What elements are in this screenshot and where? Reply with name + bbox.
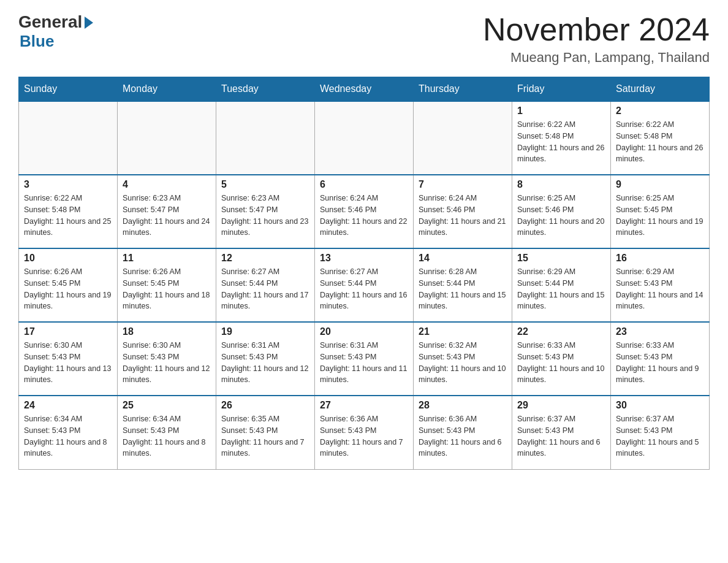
day-info: Sunrise: 6:22 AMSunset: 5:48 PMDaylight:… xyxy=(24,193,112,239)
day-info: Sunrise: 6:32 AMSunset: 5:43 PMDaylight:… xyxy=(419,340,507,386)
week-row-1: 1Sunrise: 6:22 AMSunset: 5:48 PMDaylight… xyxy=(19,101,710,175)
logo-arrow-icon xyxy=(85,17,93,29)
weekday-header-wednesday: Wednesday xyxy=(315,77,414,102)
cell-inner: 21Sunrise: 6:32 AMSunset: 5:43 PMDayligh… xyxy=(419,326,507,386)
weekday-header-row: SundayMondayTuesdayWednesdayThursdayFrid… xyxy=(19,77,710,102)
day-number: 22 xyxy=(517,326,605,337)
day-number: 6 xyxy=(320,179,408,190)
day-info: Sunrise: 6:26 AMSunset: 5:45 PMDaylight:… xyxy=(123,266,211,312)
cell-inner: 22Sunrise: 6:33 AMSunset: 5:43 PMDayligh… xyxy=(517,326,605,386)
week-row-5: 24Sunrise: 6:34 AMSunset: 5:43 PMDayligh… xyxy=(19,396,710,469)
day-number: 4 xyxy=(123,179,211,190)
day-number: 14 xyxy=(419,253,507,264)
cell-inner: 13Sunrise: 6:27 AMSunset: 5:44 PMDayligh… xyxy=(320,253,408,312)
calendar-cell: 25Sunrise: 6:34 AMSunset: 5:43 PMDayligh… xyxy=(118,396,216,469)
logo-blue: Blue xyxy=(20,32,54,51)
calendar-cell: 22Sunrise: 6:33 AMSunset: 5:43 PMDayligh… xyxy=(512,322,611,396)
calendar-cell: 6Sunrise: 6:24 AMSunset: 5:46 PMDaylight… xyxy=(315,175,414,248)
weekday-header-thursday: Thursday xyxy=(414,77,512,102)
calendar-cell xyxy=(216,101,315,175)
day-info: Sunrise: 6:35 AMSunset: 5:43 PMDaylight:… xyxy=(221,413,309,459)
calendar-cell: 14Sunrise: 6:28 AMSunset: 5:44 PMDayligh… xyxy=(414,248,512,322)
cell-inner: 18Sunrise: 6:30 AMSunset: 5:43 PMDayligh… xyxy=(123,326,211,386)
calendar-cell: 21Sunrise: 6:32 AMSunset: 5:43 PMDayligh… xyxy=(414,322,512,396)
calendar-cell: 20Sunrise: 6:31 AMSunset: 5:43 PMDayligh… xyxy=(315,322,414,396)
weekday-header-sunday: Sunday xyxy=(19,77,118,102)
cell-inner: 10Sunrise: 6:26 AMSunset: 5:45 PMDayligh… xyxy=(24,253,112,312)
week-row-4: 17Sunrise: 6:30 AMSunset: 5:43 PMDayligh… xyxy=(19,322,710,396)
calendar-cell: 3Sunrise: 6:22 AMSunset: 5:48 PMDaylight… xyxy=(19,175,118,248)
calendar-cell: 16Sunrise: 6:29 AMSunset: 5:43 PMDayligh… xyxy=(611,248,710,322)
day-number: 20 xyxy=(320,326,408,337)
cell-inner: 26Sunrise: 6:35 AMSunset: 5:43 PMDayligh… xyxy=(221,400,309,459)
cell-inner: 14Sunrise: 6:28 AMSunset: 5:44 PMDayligh… xyxy=(419,253,507,312)
calendar-cell: 7Sunrise: 6:24 AMSunset: 5:46 PMDaylight… xyxy=(414,175,512,248)
calendar-cell: 29Sunrise: 6:37 AMSunset: 5:43 PMDayligh… xyxy=(512,396,611,469)
logo-top: General xyxy=(18,12,93,32)
day-info: Sunrise: 6:23 AMSunset: 5:47 PMDaylight:… xyxy=(221,193,309,239)
day-number: 21 xyxy=(419,326,507,337)
day-info: Sunrise: 6:28 AMSunset: 5:44 PMDaylight:… xyxy=(419,266,507,312)
cell-inner: 7Sunrise: 6:24 AMSunset: 5:46 PMDaylight… xyxy=(419,179,507,239)
day-info: Sunrise: 6:26 AMSunset: 5:45 PMDaylight:… xyxy=(24,266,112,312)
title-block: November 2024 Mueang Pan, Lampang, Thail… xyxy=(483,12,710,66)
day-number: 1 xyxy=(517,105,605,117)
calendar-cell xyxy=(118,101,216,175)
calendar-cell: 18Sunrise: 6:30 AMSunset: 5:43 PMDayligh… xyxy=(118,322,216,396)
day-info: Sunrise: 6:33 AMSunset: 5:43 PMDaylight:… xyxy=(517,340,605,386)
day-number: 18 xyxy=(123,326,211,337)
calendar-cell: 30Sunrise: 6:37 AMSunset: 5:43 PMDayligh… xyxy=(611,396,710,469)
day-info: Sunrise: 6:25 AMSunset: 5:46 PMDaylight:… xyxy=(517,193,605,239)
day-number: 9 xyxy=(616,179,704,190)
day-number: 27 xyxy=(320,400,408,411)
day-number: 3 xyxy=(24,179,112,190)
calendar-cell: 17Sunrise: 6:30 AMSunset: 5:43 PMDayligh… xyxy=(19,322,118,396)
cell-inner: 3Sunrise: 6:22 AMSunset: 5:48 PMDaylight… xyxy=(24,179,112,239)
day-info: Sunrise: 6:23 AMSunset: 5:47 PMDaylight:… xyxy=(123,193,211,239)
cell-inner: 29Sunrise: 6:37 AMSunset: 5:43 PMDayligh… xyxy=(517,400,605,459)
calendar-cell: 2Sunrise: 6:22 AMSunset: 5:48 PMDaylight… xyxy=(611,101,710,175)
cell-inner: 23Sunrise: 6:33 AMSunset: 5:43 PMDayligh… xyxy=(616,326,704,386)
calendar-cell: 10Sunrise: 6:26 AMSunset: 5:45 PMDayligh… xyxy=(19,248,118,322)
day-info: Sunrise: 6:31 AMSunset: 5:43 PMDaylight:… xyxy=(221,340,309,386)
day-number: 24 xyxy=(24,400,112,411)
day-info: Sunrise: 6:22 AMSunset: 5:48 PMDaylight:… xyxy=(517,119,605,165)
day-info: Sunrise: 6:30 AMSunset: 5:43 PMDaylight:… xyxy=(123,340,211,386)
calendar-cell: 19Sunrise: 6:31 AMSunset: 5:43 PMDayligh… xyxy=(216,322,315,396)
weekday-header-saturday: Saturday xyxy=(611,77,710,102)
calendar-cell: 26Sunrise: 6:35 AMSunset: 5:43 PMDayligh… xyxy=(216,396,315,469)
cell-inner: 28Sunrise: 6:36 AMSunset: 5:43 PMDayligh… xyxy=(419,400,507,459)
day-info: Sunrise: 6:34 AMSunset: 5:43 PMDaylight:… xyxy=(123,413,211,459)
page-header: General Blue November 2024 Mueang Pan, L… xyxy=(18,12,710,66)
calendar-cell xyxy=(19,101,118,175)
calendar-cell: 24Sunrise: 6:34 AMSunset: 5:43 PMDayligh… xyxy=(19,396,118,469)
day-info: Sunrise: 6:37 AMSunset: 5:43 PMDaylight:… xyxy=(616,413,704,459)
month-title: November 2024 xyxy=(483,12,710,47)
cell-inner: 6Sunrise: 6:24 AMSunset: 5:46 PMDaylight… xyxy=(320,179,408,239)
day-info: Sunrise: 6:37 AMSunset: 5:43 PMDaylight:… xyxy=(517,413,605,459)
day-number: 7 xyxy=(419,179,507,190)
cell-inner: 5Sunrise: 6:23 AMSunset: 5:47 PMDaylight… xyxy=(221,179,309,239)
cell-inner: 2Sunrise: 6:22 AMSunset: 5:48 PMDaylight… xyxy=(616,105,704,165)
cell-inner: 30Sunrise: 6:37 AMSunset: 5:43 PMDayligh… xyxy=(616,400,704,459)
calendar-cell: 28Sunrise: 6:36 AMSunset: 5:43 PMDayligh… xyxy=(414,396,512,469)
day-info: Sunrise: 6:25 AMSunset: 5:45 PMDaylight:… xyxy=(616,193,704,239)
day-info: Sunrise: 6:27 AMSunset: 5:44 PMDaylight:… xyxy=(320,266,408,312)
day-number: 5 xyxy=(221,179,309,190)
cell-inner: 17Sunrise: 6:30 AMSunset: 5:43 PMDayligh… xyxy=(24,326,112,386)
day-number: 10 xyxy=(24,253,112,264)
day-number: 8 xyxy=(517,179,605,190)
cell-inner: 16Sunrise: 6:29 AMSunset: 5:43 PMDayligh… xyxy=(616,253,704,312)
day-number: 19 xyxy=(221,326,309,337)
day-info: Sunrise: 6:34 AMSunset: 5:43 PMDaylight:… xyxy=(24,413,112,459)
day-number: 28 xyxy=(419,400,507,411)
calendar-cell: 12Sunrise: 6:27 AMSunset: 5:44 PMDayligh… xyxy=(216,248,315,322)
calendar-cell: 5Sunrise: 6:23 AMSunset: 5:47 PMDaylight… xyxy=(216,175,315,248)
day-info: Sunrise: 6:31 AMSunset: 5:43 PMDaylight:… xyxy=(320,340,408,386)
day-number: 17 xyxy=(24,326,112,337)
cell-inner: 9Sunrise: 6:25 AMSunset: 5:45 PMDaylight… xyxy=(616,179,704,239)
day-info: Sunrise: 6:36 AMSunset: 5:43 PMDaylight:… xyxy=(320,413,408,459)
day-number: 23 xyxy=(616,326,704,337)
location: Mueang Pan, Lampang, Thailand xyxy=(483,50,710,66)
weekday-header-tuesday: Tuesday xyxy=(216,77,315,102)
